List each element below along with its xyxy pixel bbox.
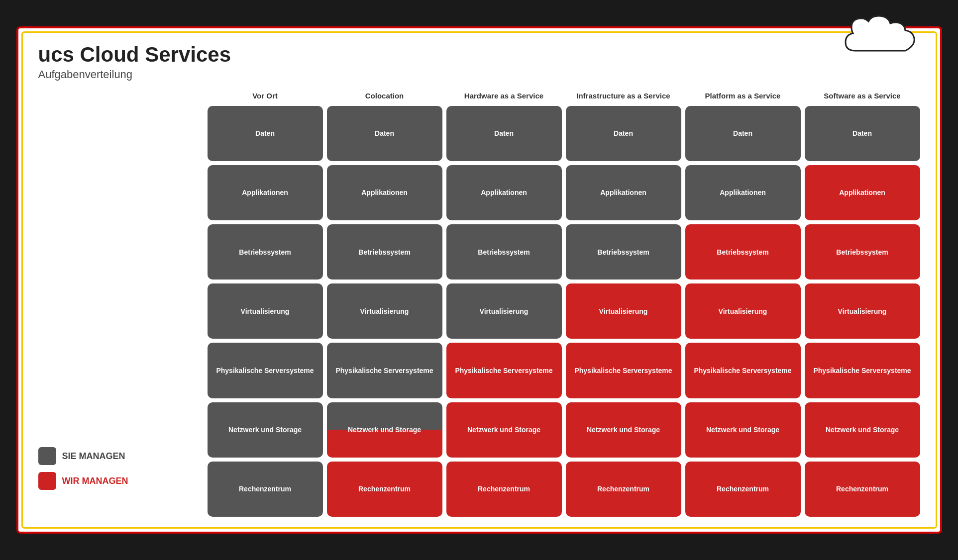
cell-r1-c2: Applikationen xyxy=(446,165,562,220)
col-header-iaas: Infrastructure as a Service xyxy=(566,91,681,101)
cell-r1-c0: Applikationen xyxy=(208,165,323,220)
grid-row-2: BetriebssystemBetriebssystemBetriebssyst… xyxy=(208,224,920,280)
header-section: ucs Cloud Services Aufgabenverteilung xyxy=(38,43,920,81)
cell-r4-c1: Physikalische Serversysteme xyxy=(327,343,442,398)
legend-red-box xyxy=(38,472,56,490)
main-frame: ucs Cloud Services Aufgabenverteilung SI… xyxy=(16,26,942,534)
cell-r4-c3: Physikalische Serversysteme xyxy=(566,343,681,398)
col-header-haas: Hardware as a Service xyxy=(446,91,562,101)
col-header-paas: Platform as a Service xyxy=(685,91,801,101)
cell-r4-c4: Physikalische Serversysteme xyxy=(685,343,801,398)
cloud-icon xyxy=(841,13,920,63)
cell-r1-c5: Applikationen xyxy=(805,165,920,220)
legend-grey-box xyxy=(38,447,56,465)
cell-r6-c0: Rechenzentrum xyxy=(208,462,323,517)
legend-grey-label: SIE MANAGEN xyxy=(62,451,125,462)
cell-r6-c1: Rechenzentrum xyxy=(327,462,442,517)
cell-r3-c3: Virtualisierung xyxy=(566,283,681,339)
cell-r3-c4: Virtualisierung xyxy=(685,283,801,339)
grid-area: Vor OrtColocationHardware as a ServiceIn… xyxy=(208,91,920,517)
subtitle: Aufgabenverteilung xyxy=(38,68,920,81)
cell-r2-c1: Betriebssystem xyxy=(327,224,442,280)
column-headers: Vor OrtColocationHardware as a ServiceIn… xyxy=(208,91,920,101)
cell-r5-c3: Netzwerk und Storage xyxy=(566,402,681,458)
col-header-saas: Software as a Service xyxy=(805,91,920,101)
cell-r2-c0: Betriebssystem xyxy=(208,224,323,280)
cell-r4-c0: Physikalische Serversysteme xyxy=(208,343,323,398)
main-layout: SIE MANAGEN WIR MANAGEN Vor OrtColocatio… xyxy=(38,91,920,517)
cell-r3-c5: Virtualisierung xyxy=(805,283,920,339)
cell-r6-c5: Rechenzentrum xyxy=(805,462,920,517)
main-title: ucs Cloud Services xyxy=(38,43,920,66)
cell-r2-c2: Betriebssystem xyxy=(446,224,562,280)
cell-r1-c4: Applikationen xyxy=(685,165,801,220)
cell-r3-c0: Virtualisierung xyxy=(208,283,323,339)
cell-r1-c1: Applikationen xyxy=(327,165,442,220)
legend-red: WIR MANAGEN xyxy=(38,472,208,490)
col-header-colocation: Colocation xyxy=(327,91,442,101)
cell-r0-c5: Daten xyxy=(805,106,920,161)
col-header-vor-ort: Vor Ort xyxy=(208,91,323,101)
grid-row-5: Netzwerk und StorageNetzwerk und Storage… xyxy=(208,402,920,458)
cell-r0-c4: Daten xyxy=(685,106,801,161)
cell-r2-c4: Betriebssystem xyxy=(685,224,801,280)
cell-r5-c1: Netzwerk und Storage xyxy=(327,402,442,458)
cell-r0-c2: Daten xyxy=(446,106,562,161)
cell-r5-c5: Netzwerk und Storage xyxy=(805,402,920,458)
legend-grey: SIE MANAGEN xyxy=(38,447,208,465)
cell-r2-c3: Betriebssystem xyxy=(566,224,681,280)
cell-r5-c4: Netzwerk und Storage xyxy=(685,402,801,458)
cell-r3-c2: Virtualisierung xyxy=(446,283,562,339)
cell-r4-c2: Physikalische Serversysteme xyxy=(446,343,562,398)
content-area: ucs Cloud Services Aufgabenverteilung SI… xyxy=(18,28,940,532)
cell-r5-c0: Netzwerk und Storage xyxy=(208,402,323,458)
grid-row-4: Physikalische ServersystemePhysikalische… xyxy=(208,343,920,398)
grid-row-3: VirtualisierungVirtualisierungVirtualisi… xyxy=(208,283,920,339)
cell-r6-c3: Rechenzentrum xyxy=(566,462,681,517)
legend-red-label: WIR MANAGEN xyxy=(62,476,128,486)
grid-row-0: DatenDatenDatenDatenDatenDaten xyxy=(208,106,920,161)
cell-r5-c2: Netzwerk und Storage xyxy=(446,402,562,458)
cell-r2-c5: Betriebssystem xyxy=(805,224,920,280)
rows-container: DatenDatenDatenDatenDatenDatenApplikatio… xyxy=(208,106,920,517)
cell-r1-c3: Applikationen xyxy=(566,165,681,220)
cell-r6-c4: Rechenzentrum xyxy=(685,462,801,517)
cell-r0-c3: Daten xyxy=(566,106,681,161)
cell-r3-c1: Virtualisierung xyxy=(327,283,442,339)
cell-r0-c0: Daten xyxy=(208,106,323,161)
grid-row-1: ApplikationenApplikationenApplikationenA… xyxy=(208,165,920,220)
cell-r0-c1: Daten xyxy=(327,106,442,161)
left-panel: SIE MANAGEN WIR MANAGEN xyxy=(38,91,208,517)
cell-r6-c2: Rechenzentrum xyxy=(446,462,562,517)
cell-r4-c5: Physikalische Serversysteme xyxy=(805,343,920,398)
grid-row-6: RechenzentrumRechenzentrumRechenzentrumR… xyxy=(208,462,920,517)
